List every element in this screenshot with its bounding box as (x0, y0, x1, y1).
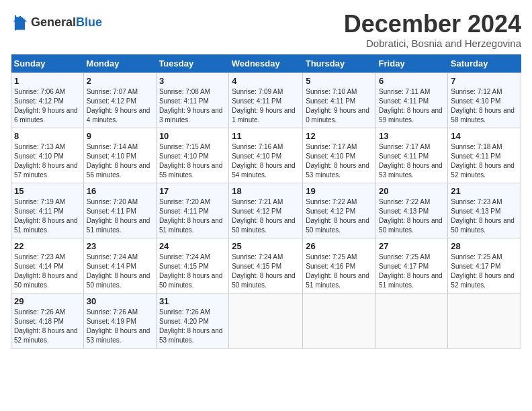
calendar-cell (229, 293, 303, 348)
day-detail: Sunrise: 7:23 AMSunset: 4:13 PMDaylight:… (451, 197, 518, 235)
day-detail: Sunrise: 7:09 AMSunset: 4:11 PMDaylight:… (232, 87, 300, 125)
day-number: 5 (306, 76, 373, 86)
page-header: GeneralBlue December 2024 Dobratici, Bos… (11, 11, 521, 49)
day-detail: Sunrise: 7:10 AMSunset: 4:11 PMDaylight:… (306, 87, 373, 125)
calendar-cell: 19Sunrise: 7:22 AMSunset: 4:12 PMDayligh… (303, 183, 376, 238)
calendar-week-4: 22Sunrise: 7:23 AMSunset: 4:14 PMDayligh… (11, 238, 521, 293)
day-number: 1 (14, 76, 81, 86)
day-number: 9 (87, 131, 153, 141)
calendar-cell: 21Sunrise: 7:23 AMSunset: 4:13 PMDayligh… (448, 183, 521, 238)
day-detail: Sunrise: 7:20 AMSunset: 4:11 PMDaylight:… (159, 197, 226, 235)
calendar-cell: 7Sunrise: 7:12 AMSunset: 4:10 PMDaylight… (448, 73, 521, 128)
calendar-cell: 15Sunrise: 7:19 AMSunset: 4:11 PMDayligh… (11, 183, 84, 238)
day-number: 29 (14, 296, 81, 306)
calendar-cell (376, 293, 448, 348)
day-detail: Sunrise: 7:13 AMSunset: 4:10 PMDaylight:… (14, 142, 81, 180)
calendar-cell: 11Sunrise: 7:16 AMSunset: 4:10 PMDayligh… (229, 128, 303, 183)
day-detail: Sunrise: 7:12 AMSunset: 4:10 PMDaylight:… (451, 87, 518, 125)
day-detail: Sunrise: 7:25 AMSunset: 4:17 PMDaylight:… (379, 253, 445, 290)
calendar-cell: 28Sunrise: 7:25 AMSunset: 4:17 PMDayligh… (448, 238, 521, 293)
calendar-cell: 8Sunrise: 7:13 AMSunset: 4:10 PMDaylight… (11, 128, 84, 183)
day-detail: Sunrise: 7:20 AMSunset: 4:11 PMDaylight:… (87, 197, 153, 235)
day-detail: Sunrise: 7:26 AMSunset: 4:20 PMDaylight:… (159, 308, 226, 345)
calendar-cell: 20Sunrise: 7:22 AMSunset: 4:13 PMDayligh… (376, 183, 448, 238)
day-detail: Sunrise: 7:26 AMSunset: 4:19 PMDaylight:… (87, 308, 153, 345)
day-detail: Sunrise: 7:15 AMSunset: 4:10 PMDaylight:… (159, 142, 226, 180)
day-number: 28 (451, 241, 518, 251)
day-number: 11 (232, 131, 300, 141)
day-number: 19 (306, 186, 373, 196)
day-number: 8 (14, 131, 81, 141)
calendar-cell: 29Sunrise: 7:26 AMSunset: 4:18 PMDayligh… (11, 293, 84, 348)
calendar-cell: 3Sunrise: 7:08 AMSunset: 4:11 PMDaylight… (156, 73, 228, 128)
logo: GeneralBlue (11, 13, 102, 32)
weekday-header-friday: Friday (376, 54, 448, 73)
day-number: 27 (379, 241, 445, 251)
calendar-header: SundayMondayTuesdayWednesdayThursdayFrid… (11, 54, 521, 73)
day-number: 15 (14, 186, 81, 196)
weekday-header-monday: Monday (83, 54, 156, 73)
day-detail: Sunrise: 7:11 AMSunset: 4:11 PMDaylight:… (379, 87, 445, 125)
day-number: 18 (232, 186, 300, 196)
calendar-cell: 5Sunrise: 7:10 AMSunset: 4:11 PMDaylight… (303, 73, 376, 128)
day-number: 12 (306, 131, 373, 141)
day-detail: Sunrise: 7:08 AMSunset: 4:11 PMDaylight:… (159, 87, 226, 125)
day-detail: Sunrise: 7:19 AMSunset: 4:11 PMDaylight:… (14, 197, 81, 235)
calendar-cell: 25Sunrise: 7:24 AMSunset: 4:15 PMDayligh… (229, 238, 303, 293)
day-number: 7 (451, 76, 518, 86)
calendar-cell: 2Sunrise: 7:07 AMSunset: 4:12 PMDaylight… (83, 73, 156, 128)
day-detail: Sunrise: 7:18 AMSunset: 4:11 PMDaylight:… (451, 142, 518, 180)
weekday-header-tuesday: Tuesday (156, 54, 228, 73)
month-title: December 2024 (344, 11, 521, 38)
day-detail: Sunrise: 7:21 AMSunset: 4:12 PMDaylight:… (232, 197, 300, 235)
day-detail: Sunrise: 7:16 AMSunset: 4:10 PMDaylight:… (232, 142, 300, 180)
day-number: 21 (451, 186, 518, 196)
weekday-header-saturday: Saturday (448, 54, 521, 73)
day-detail: Sunrise: 7:07 AMSunset: 4:12 PMDaylight:… (87, 87, 153, 125)
day-detail: Sunrise: 7:22 AMSunset: 4:13 PMDaylight:… (379, 197, 445, 235)
calendar-table: SundayMondayTuesdayWednesdayThursdayFrid… (11, 54, 521, 349)
day-number: 20 (379, 186, 445, 196)
day-detail: Sunrise: 7:06 AMSunset: 4:12 PMDaylight:… (14, 87, 81, 125)
day-number: 13 (379, 131, 445, 141)
day-number: 24 (159, 241, 226, 251)
day-detail: Sunrise: 7:25 AMSunset: 4:17 PMDaylight:… (451, 253, 518, 290)
calendar-cell: 27Sunrise: 7:25 AMSunset: 4:17 PMDayligh… (376, 238, 448, 293)
day-detail: Sunrise: 7:24 AMSunset: 4:15 PMDaylight:… (232, 253, 300, 290)
calendar-cell: 18Sunrise: 7:21 AMSunset: 4:12 PMDayligh… (229, 183, 303, 238)
day-number: 16 (87, 186, 153, 196)
day-number: 4 (232, 76, 300, 86)
day-number: 26 (306, 241, 373, 251)
day-number: 10 (159, 131, 226, 141)
day-detail: Sunrise: 7:14 AMSunset: 4:10 PMDaylight:… (87, 142, 153, 180)
calendar-cell: 6Sunrise: 7:11 AMSunset: 4:11 PMDaylight… (376, 73, 448, 128)
calendar-cell (448, 293, 521, 348)
calendar-cell: 17Sunrise: 7:20 AMSunset: 4:11 PMDayligh… (156, 183, 228, 238)
calendar-cell: 10Sunrise: 7:15 AMSunset: 4:10 PMDayligh… (156, 128, 228, 183)
calendar-cell: 24Sunrise: 7:24 AMSunset: 4:15 PMDayligh… (156, 238, 228, 293)
day-number: 3 (159, 76, 226, 86)
day-detail: Sunrise: 7:22 AMSunset: 4:12 PMDaylight:… (306, 197, 373, 235)
day-number: 22 (14, 241, 81, 251)
day-number: 30 (87, 296, 153, 306)
calendar-cell: 23Sunrise: 7:24 AMSunset: 4:14 PMDayligh… (83, 238, 156, 293)
calendar-cell: 31Sunrise: 7:26 AMSunset: 4:20 PMDayligh… (156, 293, 228, 348)
calendar-cell: 16Sunrise: 7:20 AMSunset: 4:11 PMDayligh… (83, 183, 156, 238)
weekday-header-sunday: Sunday (11, 54, 84, 73)
logo-icon (11, 13, 30, 32)
calendar-cell: 13Sunrise: 7:17 AMSunset: 4:11 PMDayligh… (376, 128, 448, 183)
calendar-week-1: 1Sunrise: 7:06 AMSunset: 4:12 PMDaylight… (11, 73, 521, 128)
title-block: December 2024 Dobratici, Bosnia and Herz… (344, 11, 521, 49)
calendar-cell: 4Sunrise: 7:09 AMSunset: 4:11 PMDaylight… (229, 73, 303, 128)
calendar-cell: 22Sunrise: 7:23 AMSunset: 4:14 PMDayligh… (11, 238, 84, 293)
calendar-cell: 30Sunrise: 7:26 AMSunset: 4:19 PMDayligh… (83, 293, 156, 348)
day-number: 23 (87, 241, 153, 251)
weekday-header-wednesday: Wednesday (229, 54, 303, 73)
calendar-week-2: 8Sunrise: 7:13 AMSunset: 4:10 PMDaylight… (11, 128, 521, 183)
calendar-cell: 1Sunrise: 7:06 AMSunset: 4:12 PMDaylight… (11, 73, 84, 128)
day-number: 14 (451, 131, 518, 141)
logo-text: GeneralBlue (31, 16, 102, 30)
day-detail: Sunrise: 7:17 AMSunset: 4:11 PMDaylight:… (379, 142, 445, 180)
location-subtitle: Dobratici, Bosnia and Herzegovina (344, 38, 521, 49)
calendar-cell: 14Sunrise: 7:18 AMSunset: 4:11 PMDayligh… (448, 128, 521, 183)
